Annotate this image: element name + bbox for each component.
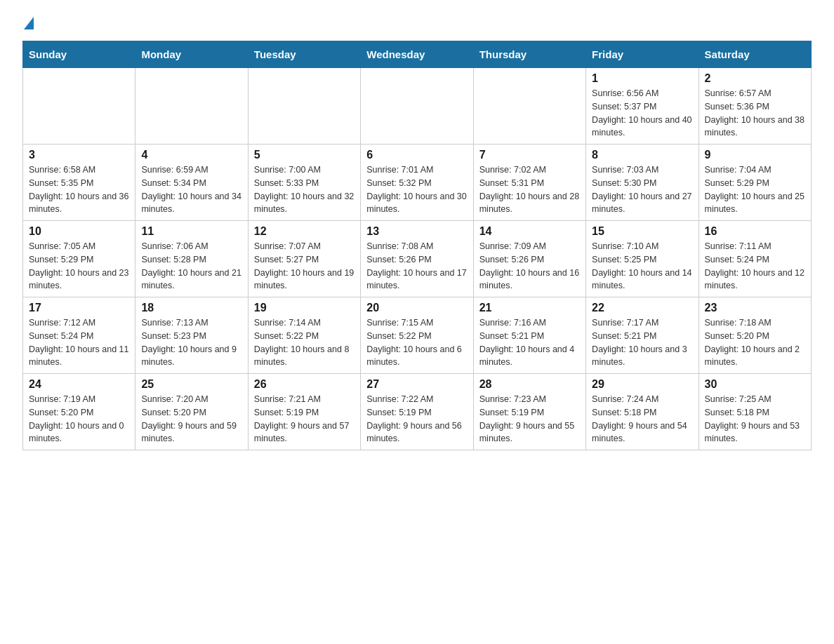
day-sun-info: Sunrise: 7:20 AM Sunset: 5:20 PM Dayligh… [141,393,241,445]
day-number: 9 [705,149,805,161]
calendar-cell: 2Sunrise: 6:57 AM Sunset: 5:36 PM Daylig… [699,68,811,145]
day-number: 16 [705,225,805,238]
day-of-week-header: Tuesday [248,41,360,68]
calendar-week-row: 24Sunrise: 7:19 AM Sunset: 5:20 PM Dayli… [23,374,812,450]
day-sun-info: Sunrise: 7:14 AM Sunset: 5:22 PM Dayligh… [254,316,355,369]
day-sun-info: Sunrise: 6:58 AM Sunset: 5:35 PM Dayligh… [29,163,129,216]
day-sun-info: Sunrise: 7:21 AM Sunset: 5:19 PM Dayligh… [254,393,355,445]
day-sun-info: Sunrise: 6:59 AM Sunset: 5:34 PM Dayligh… [141,163,241,216]
calendar-cell [248,68,360,145]
day-number: 19 [254,302,355,314]
calendar-cell: 29Sunrise: 7:24 AM Sunset: 5:18 PM Dayli… [586,374,699,450]
calendar-cell: 28Sunrise: 7:23 AM Sunset: 5:19 PM Dayli… [473,374,585,450]
day-sun-info: Sunrise: 6:57 AM Sunset: 5:36 PM Dayligh… [705,87,805,140]
calendar-cell: 27Sunrise: 7:22 AM Sunset: 5:19 PM Dayli… [361,374,473,450]
day-number: 15 [592,225,692,238]
calendar-cell: 13Sunrise: 7:08 AM Sunset: 5:26 PM Dayli… [361,221,473,297]
day-number: 24 [29,378,129,391]
day-number: 2 [705,72,805,85]
calendar-cell: 23Sunrise: 7:18 AM Sunset: 5:20 PM Dayli… [699,297,811,374]
day-sun-info: Sunrise: 7:09 AM Sunset: 5:26 PM Dayligh… [479,240,580,293]
day-number: 12 [254,225,355,238]
day-sun-info: Sunrise: 7:18 AM Sunset: 5:20 PM Dayligh… [705,316,805,369]
day-number: 28 [479,378,580,391]
day-number: 23 [705,302,805,314]
calendar-week-row: 17Sunrise: 7:12 AM Sunset: 5:24 PM Dayli… [23,297,812,374]
day-sun-info: Sunrise: 7:11 AM Sunset: 5:24 PM Dayligh… [705,240,805,293]
day-number: 6 [366,149,467,161]
day-sun-info: Sunrise: 7:15 AM Sunset: 5:22 PM Dayligh… [366,316,467,369]
calendar-cell: 3Sunrise: 6:58 AM Sunset: 5:35 PM Daylig… [23,145,135,221]
calendar-cell: 21Sunrise: 7:16 AM Sunset: 5:21 PM Dayli… [473,297,585,374]
day-number: 1 [592,72,692,85]
day-number: 26 [254,378,355,391]
day-number: 10 [29,225,129,238]
calendar-cell: 14Sunrise: 7:09 AM Sunset: 5:26 PM Dayli… [473,221,585,297]
calendar-table: SundayMondayTuesdayWednesdayThursdayFrid… [22,41,812,450]
day-sun-info: Sunrise: 7:01 AM Sunset: 5:32 PM Dayligh… [366,163,467,216]
calendar-cell: 24Sunrise: 7:19 AM Sunset: 5:20 PM Dayli… [23,374,135,450]
day-sun-info: Sunrise: 7:00 AM Sunset: 5:33 PM Dayligh… [254,163,355,216]
day-of-week-header: Monday [135,41,248,68]
day-sun-info: Sunrise: 7:08 AM Sunset: 5:26 PM Dayligh… [366,240,467,293]
day-sun-info: Sunrise: 7:03 AM Sunset: 5:30 PM Dayligh… [592,163,692,216]
calendar-cell: 17Sunrise: 7:12 AM Sunset: 5:24 PM Dayli… [23,297,135,374]
day-number: 11 [141,225,241,238]
day-number: 8 [592,149,692,161]
calendar-cell: 6Sunrise: 7:01 AM Sunset: 5:32 PM Daylig… [361,145,473,221]
day-sun-info: Sunrise: 6:56 AM Sunset: 5:37 PM Dayligh… [592,87,692,140]
day-number: 21 [479,302,580,314]
calendar-cell: 15Sunrise: 7:10 AM Sunset: 5:25 PM Dayli… [586,221,699,297]
day-sun-info: Sunrise: 7:10 AM Sunset: 5:25 PM Dayligh… [592,240,692,293]
day-sun-info: Sunrise: 7:16 AM Sunset: 5:21 PM Dayligh… [479,316,580,369]
day-number: 20 [366,302,467,314]
day-number: 14 [479,225,580,238]
calendar-cell: 18Sunrise: 7:13 AM Sunset: 5:23 PM Dayli… [135,297,248,374]
logo-general-text [22,17,34,28]
calendar-cell [473,68,585,145]
calendar-cell: 19Sunrise: 7:14 AM Sunset: 5:22 PM Dayli… [248,297,360,374]
logo [22,17,34,28]
day-of-week-header: Wednesday [361,41,473,68]
calendar-cell: 10Sunrise: 7:05 AM Sunset: 5:29 PM Dayli… [23,221,135,297]
logo-triangle-icon [24,17,34,29]
calendar-week-row: 1Sunrise: 6:56 AM Sunset: 5:37 PM Daylig… [23,68,812,145]
calendar-cell [23,68,135,145]
day-number: 27 [366,378,467,391]
calendar-cell: 7Sunrise: 7:02 AM Sunset: 5:31 PM Daylig… [473,145,585,221]
calendar-cell: 1Sunrise: 6:56 AM Sunset: 5:37 PM Daylig… [586,68,699,145]
calendar-cell: 4Sunrise: 6:59 AM Sunset: 5:34 PM Daylig… [135,145,248,221]
calendar-cell: 11Sunrise: 7:06 AM Sunset: 5:28 PM Dayli… [135,221,248,297]
calendar-cell: 20Sunrise: 7:15 AM Sunset: 5:22 PM Dayli… [361,297,473,374]
day-sun-info: Sunrise: 7:06 AM Sunset: 5:28 PM Dayligh… [141,240,241,293]
day-sun-info: Sunrise: 7:13 AM Sunset: 5:23 PM Dayligh… [141,316,241,369]
day-number: 7 [479,149,580,161]
day-sun-info: Sunrise: 7:22 AM Sunset: 5:19 PM Dayligh… [366,393,467,445]
day-sun-info: Sunrise: 7:02 AM Sunset: 5:31 PM Dayligh… [479,163,580,216]
calendar-week-row: 10Sunrise: 7:05 AM Sunset: 5:29 PM Dayli… [23,221,812,297]
day-number: 3 [29,149,129,161]
calendar-cell: 22Sunrise: 7:17 AM Sunset: 5:21 PM Dayli… [586,297,699,374]
calendar-cell [361,68,473,145]
calendar-cell: 5Sunrise: 7:00 AM Sunset: 5:33 PM Daylig… [248,145,360,221]
day-number: 17 [29,302,129,314]
calendar-cell: 30Sunrise: 7:25 AM Sunset: 5:18 PM Dayli… [699,374,811,450]
day-number: 4 [141,149,241,161]
calendar-cell: 16Sunrise: 7:11 AM Sunset: 5:24 PM Dayli… [699,221,811,297]
calendar-header-row: SundayMondayTuesdayWednesdayThursdayFrid… [23,41,812,68]
calendar-cell: 9Sunrise: 7:04 AM Sunset: 5:29 PM Daylig… [699,145,811,221]
day-number: 25 [141,378,241,391]
calendar-cell: 8Sunrise: 7:03 AM Sunset: 5:30 PM Daylig… [586,145,699,221]
day-sun-info: Sunrise: 7:23 AM Sunset: 5:19 PM Dayligh… [479,393,580,445]
day-sun-info: Sunrise: 7:24 AM Sunset: 5:18 PM Dayligh… [592,393,692,445]
day-number: 29 [592,378,692,391]
day-sun-info: Sunrise: 7:19 AM Sunset: 5:20 PM Dayligh… [29,393,129,445]
day-number: 30 [705,378,805,391]
day-of-week-header: Thursday [473,41,585,68]
day-of-week-header: Sunday [23,41,135,68]
day-of-week-header: Friday [586,41,699,68]
calendar-week-row: 3Sunrise: 6:58 AM Sunset: 5:35 PM Daylig… [23,145,812,221]
calendar-cell: 25Sunrise: 7:20 AM Sunset: 5:20 PM Dayli… [135,374,248,450]
day-of-week-header: Saturday [699,41,811,68]
calendar-cell: 26Sunrise: 7:21 AM Sunset: 5:19 PM Dayli… [248,374,360,450]
